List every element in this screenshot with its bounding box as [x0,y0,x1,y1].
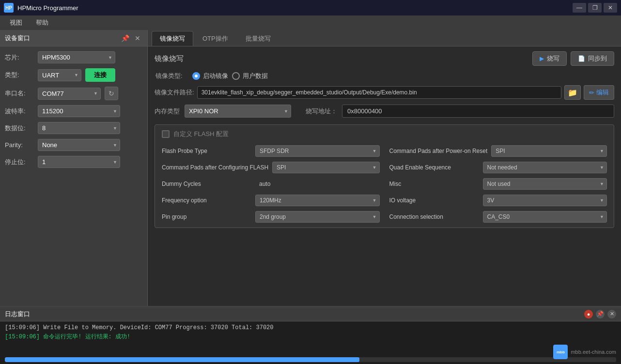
tab-otp[interactable]: OTP操作 [194,31,236,46]
pin-group-select-wrapper: 2nd group [255,211,380,223]
right-panel: 镜像烧写 OTP操作 批量烧写 镜像烧写 ▶ 烧写 📄 同步到 [148,30,621,306]
type-row: 类型: UART 连接 [5,68,142,82]
log-pin-button[interactable]: 📌 [596,310,605,318]
window-controls: — ❐ ✕ [573,3,617,13]
log-close-button[interactable]: ✕ [607,310,616,318]
databits-row: 数据位: 8 [5,122,142,134]
sync-icon: 📄 [578,55,585,62]
browse-file-button[interactable]: 📁 [564,85,581,100]
app-title: HPMicro Programmer [17,4,569,12]
flash-config-checkbox[interactable] [162,130,170,138]
addr-input[interactable]: 0x80000400 [342,105,614,118]
connection-select-wrapper: CA_CS0 [483,211,607,223]
menu-item-view[interactable]: 视图 [4,16,28,29]
watermark-logo: mbb [553,345,568,359]
serial-select[interactable]: COM77 [38,88,101,100]
watermark: mbb mbb.eet-china.com [553,345,616,359]
device-panel-title: 设备窗口 [5,34,30,43]
misc-label: Misc [389,181,479,187]
type-select-wrapper: UART [38,69,81,81]
radio-user-label: 用户数据 [243,72,268,80]
parity-select[interactable]: None [38,139,120,151]
io-voltage-select[interactable]: 3V [483,195,607,206]
baud-select[interactable]: 115200 [38,105,120,117]
pin-group-label: Pin group [162,213,251,220]
flash-config-section: 自定义 FLASH 配置 Flash Probe Type SFDP SDR [155,124,614,228]
parity-select-wrapper: None [38,139,120,151]
pin-icon[interactable]: 📌 [120,33,130,43]
file-row: 镜像文件路径: 301evklite_flash_xip_debug/segge… [155,85,614,100]
radio-boot-image[interactable]: 启动镜像 [192,72,228,80]
stopbits-label: 停止位: [5,158,34,167]
log-content: [15:09:06] Write File to Memory. DeviceI… [0,321,621,357]
config-row-quad-enable: Quad Enable Sequence Not needed [389,162,607,173]
flash-probe-select-wrapper: SFDP SDR [255,145,380,157]
main-layout: 设备窗口 📌 ✕ 芯片: HPM5300 类型: [0,30,621,306]
quad-enable-label: Quad Enable Sequence [389,164,479,171]
cmd-pads-power-select[interactable]: SPI [491,145,607,157]
burn-button[interactable]: ▶ 烧写 [532,51,567,66]
freq-label: Frequency option [162,197,251,204]
edit-file-button[interactable]: ✏ 编辑 [584,85,614,100]
parity-label: Parity: [5,141,34,149]
connect-button[interactable]: 连接 [85,68,115,82]
misc-select[interactable]: Not used [483,178,607,190]
type-label: 类型: [5,71,34,79]
radio-user-data[interactable]: 用户数据 [232,72,268,80]
databits-label: 数据位: [5,124,34,133]
edit-pencil-icon: ✏ [589,89,594,96]
stopbits-row: 停止位: 1 [5,156,142,168]
type-select[interactable]: UART [38,69,81,81]
content-area: 镜像烧写 ▶ 烧写 📄 同步到 镜像类型: [148,46,621,306]
flash-probe-label: Flash Probe Type [162,148,251,154]
freq-select-wrapper: 120MHz [255,195,380,206]
parity-row: Parity: None [5,139,142,151]
dummy-cycles-value: auto [255,179,274,189]
cmd-pads-cfg-select-wrapper: SPI [272,162,379,173]
chip-select[interactable]: HPM5300 [38,51,115,63]
memory-row: 内存类型 XPI0 NOR 烧写地址： 0x80000400 [155,105,614,118]
close-panel-icon[interactable]: ✕ [133,33,142,43]
maximize-button[interactable]: ❐ [588,3,602,13]
log-line-1: [15:09:06] Write File to Memory. DeviceI… [5,323,616,333]
config-row-dummy-cycles: Dummy Cycles auto [162,178,380,190]
quad-enable-select[interactable]: Not needed [483,162,607,173]
flash-config-grid: Flash Probe Type SFDP SDR Command Pads a… [162,145,607,223]
pin-group-select[interactable]: 2nd group [255,211,380,223]
flash-probe-select[interactable]: SFDP SDR [255,145,380,157]
device-panel: 设备窗口 📌 ✕ 芯片: HPM5300 类型: [0,30,148,306]
addr-label: 烧写地址： [306,107,337,116]
radio-user-circle [232,72,240,80]
edit-btn-label: 编辑 [596,88,609,97]
flash-config-header: 自定义 FLASH 配置 [162,130,607,138]
close-button[interactable]: ✕ [604,3,617,13]
tab-image-burn[interactable]: 镜像烧写 [152,31,193,46]
config-row-misc: Misc Not used [389,178,607,190]
freq-select[interactable]: 120MHz [255,195,380,206]
cmd-pads-cfg-label: Command Pads after Configuring FLASH [162,164,268,171]
cmd-pads-cfg-select[interactable]: SPI [272,162,379,173]
connection-select[interactable]: CA_CS0 [483,211,607,223]
menu-item-help[interactable]: 帮助 [30,16,54,29]
databits-select[interactable]: 8 [38,122,120,134]
sync-button[interactable]: 📄 同步到 [571,51,614,66]
serial-select-wrapper: COM77 [38,88,101,100]
mem-type-select-wrapper: XPI0 NOR [185,105,291,118]
file-label: 镜像文件路径: [155,88,194,97]
flash-config-title: 自定义 FLASH 配置 [173,130,229,138]
minimize-button[interactable]: — [573,3,586,13]
watermark-text: mbb.eet-china.com [571,349,616,355]
refresh-serial-button[interactable]: ↻ [105,87,118,100]
cmd-pads-power-label: Command Pads after Power-on Reset [389,148,488,154]
burn-btn-label: 烧写 [547,54,559,63]
connection-label: Connection selection [389,213,479,220]
dummy-cycles-label: Dummy Cycles [162,181,251,187]
log-record-button[interactable]: ● [584,310,593,318]
log-header-icons: ● 📌 ✕ [584,310,616,318]
mem-type-select[interactable]: XPI0 NOR [185,105,291,118]
stopbits-select[interactable]: 1 [38,156,120,168]
tab-batch-burn[interactable]: 批量烧写 [237,31,279,46]
chip-select-wrapper: HPM5300 [38,51,115,63]
radio-boot-circle [192,72,200,80]
misc-select-wrapper: Not used [483,178,607,190]
